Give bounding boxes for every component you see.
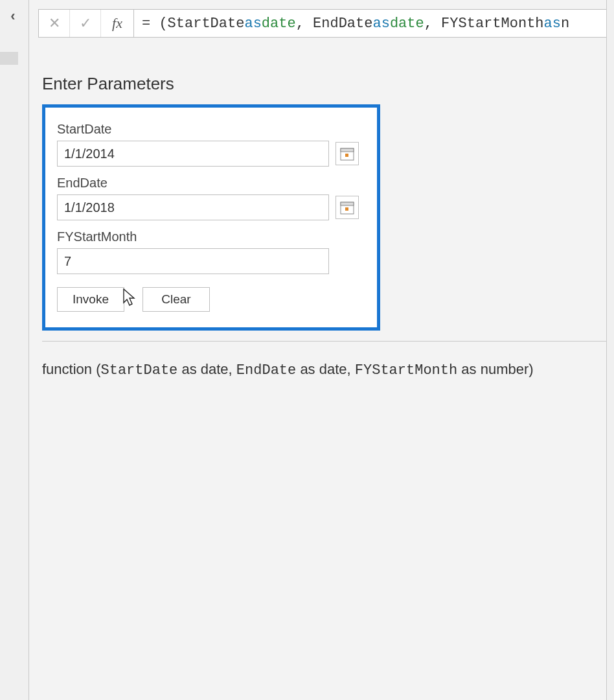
formula-input[interactable]: = (StartDate as date , EndDate as date ,…	[134, 9, 614, 38]
formula-token: as	[544, 16, 561, 32]
startdate-datepicker-button[interactable]	[335, 142, 359, 165]
enddate-row	[57, 194, 365, 220]
collapse-panel-button[interactable]: ‹	[0, 0, 26, 32]
svg-rect-4	[341, 202, 354, 205]
svg-rect-5	[345, 207, 348, 211]
enddate-label: EndDate	[57, 176, 365, 191]
x-icon: ✕	[49, 15, 60, 32]
formula-token: date	[262, 16, 296, 32]
startdate-input[interactable]	[57, 141, 329, 167]
divider	[42, 341, 614, 342]
sig-param: EndDate	[236, 362, 296, 379]
enddate-input[interactable]	[57, 194, 329, 220]
fystartmonth-row	[57, 248, 365, 274]
mouse-cursor-icon	[123, 288, 137, 308]
confirm-formula-button[interactable]: ✓	[70, 10, 101, 37]
cancel-formula-button[interactable]: ✕	[39, 10, 70, 37]
left-panel: ‹	[0, 0, 26, 700]
fystartmonth-input[interactable]	[57, 248, 329, 274]
check-icon: ✓	[80, 15, 91, 32]
sig-param: FYStartMonth	[355, 362, 457, 379]
sig-text: as number)	[457, 361, 533, 377]
formula-token: n	[561, 16, 569, 32]
startdate-row	[57, 141, 365, 167]
parameters-title: Enter Parameters	[42, 74, 614, 94]
calendar-icon	[340, 200, 354, 215]
enddate-datepicker-button[interactable]	[335, 196, 359, 219]
svg-rect-2	[345, 154, 348, 157]
sig-param: StartDate	[101, 362, 178, 379]
collapsed-sidebar-tab[interactable]	[0, 52, 18, 65]
clear-button[interactable]: Clear	[142, 287, 210, 312]
fystartmonth-label: FYStartMonth	[57, 229, 365, 244]
formula-token: , EndDate	[296, 16, 373, 32]
right-edge-panel	[606, 0, 614, 700]
sig-text: as date,	[296, 361, 355, 377]
formula-bar: ✕ ✓ fx = (StartDate as date , EndDate as…	[29, 0, 614, 48]
main-area: ✕ ✓ fx = (StartDate as date , EndDate as…	[28, 0, 614, 700]
invoke-button[interactable]: Invoke	[57, 287, 124, 312]
calendar-icon	[340, 146, 354, 161]
formula-token: , FYStartMonth	[424, 16, 544, 32]
content-area: Enter Parameters StartDate EndDate	[29, 48, 614, 379]
formula-token: as	[372, 16, 389, 32]
chevron-left-icon: ‹	[10, 8, 15, 25]
formula-token: date	[390, 16, 424, 32]
formula-token: as	[244, 16, 261, 32]
parameters-box: StartDate EndDate	[42, 104, 380, 331]
sig-text: function (	[42, 361, 101, 377]
fx-label: fx	[101, 10, 133, 37]
startdate-label: StartDate	[57, 122, 365, 137]
formula-token: = (StartDate	[142, 16, 244, 32]
formula-bar-controls: ✕ ✓ fx	[38, 9, 134, 38]
svg-rect-1	[341, 148, 354, 152]
function-signature: function (StartDate as date, EndDate as …	[42, 361, 614, 379]
parameter-buttons: Invoke Clear	[57, 287, 365, 312]
sig-text: as date,	[177, 361, 236, 377]
